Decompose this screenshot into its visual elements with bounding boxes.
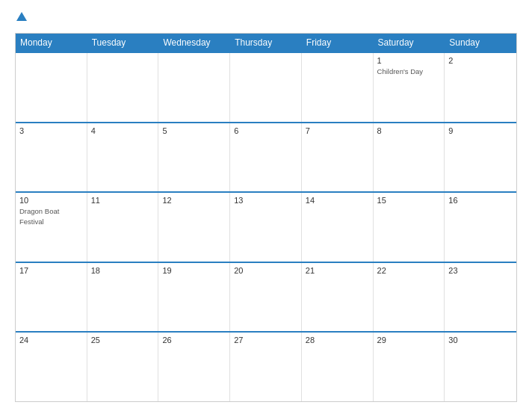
day-number: 2	[448, 56, 513, 65]
day-cell	[16, 53, 87, 122]
day-number: 3	[19, 126, 83, 135]
day-number: 11	[91, 196, 155, 205]
day-header: Thursday	[230, 34, 302, 52]
day-cell: 25	[87, 333, 159, 401]
day-number: 22	[377, 266, 441, 275]
day-number: 18	[91, 266, 155, 275]
day-cell: 3	[16, 123, 87, 192]
day-cell: 30	[445, 333, 516, 401]
day-cell: 13	[230, 193, 302, 262]
week-row: 3456789	[16, 122, 516, 192]
day-number: 25	[91, 336, 155, 344]
page: MondayTuesdayWednesdayThursdayFridaySatu…	[0, 0, 532, 411]
day-number: 23	[448, 266, 513, 275]
logo-wrapper	[15, 12, 27, 22]
day-cell: 11	[87, 193, 159, 262]
day-event: Dragon Boat Festival	[19, 207, 59, 225]
day-number: 19	[162, 266, 226, 275]
logo	[15, 12, 27, 22]
day-number: 5	[162, 126, 226, 135]
day-cell: 15	[374, 193, 445, 262]
day-number: 15	[377, 196, 441, 205]
day-cell: 29	[374, 333, 445, 401]
day-header: Wednesday	[158, 34, 230, 52]
week-row: 17181920212223	[16, 262, 516, 332]
day-cell: 22	[374, 263, 445, 332]
day-cell: 18	[87, 263, 159, 332]
day-number: 28	[306, 336, 369, 344]
day-header: Sunday	[445, 34, 516, 52]
day-number: 17	[19, 266, 83, 275]
day-cell: 19	[158, 263, 230, 332]
day-number: 27	[234, 336, 297, 344]
day-cell: 9	[445, 123, 516, 192]
day-cell	[302, 53, 374, 122]
day-header: Friday	[302, 34, 374, 52]
day-cell: 6	[230, 123, 302, 192]
day-cell: 10Dragon Boat Festival	[16, 193, 87, 262]
day-number: 4	[91, 126, 155, 135]
header	[15, 12, 517, 22]
day-number: 30	[448, 336, 513, 344]
day-cell	[87, 53, 159, 122]
day-cell	[230, 53, 302, 122]
day-number: 8	[377, 126, 441, 135]
day-number: 26	[162, 336, 226, 344]
week-row: 1Children's Day2	[16, 52, 516, 122]
day-number: 24	[19, 336, 83, 344]
day-number: 20	[234, 266, 297, 275]
day-header: Monday	[16, 34, 87, 52]
week-row: 24252627282930	[16, 331, 516, 401]
day-cell: 23	[445, 263, 516, 332]
day-cell: 21	[302, 263, 374, 332]
day-cell: 4	[87, 123, 159, 192]
day-event: Children's Day	[377, 67, 423, 75]
day-number: 14	[306, 196, 369, 205]
day-cell: 24	[16, 333, 87, 401]
day-cell: 20	[230, 263, 302, 332]
day-cell: 17	[16, 263, 87, 332]
day-header: Tuesday	[87, 34, 159, 52]
day-cell: 14	[302, 193, 374, 262]
day-cell: 16	[445, 193, 516, 262]
day-cell: 26	[158, 333, 230, 401]
calendar: MondayTuesdayWednesdayThursdayFridaySatu…	[15, 33, 517, 402]
day-cell: 2	[445, 53, 516, 122]
day-number: 7	[306, 126, 369, 135]
day-number: 10	[19, 196, 83, 205]
day-cell: 1Children's Day	[374, 53, 445, 122]
day-cell: 5	[158, 123, 230, 192]
day-cell: 28	[302, 333, 374, 401]
week-row: 10Dragon Boat Festival111213141516	[16, 191, 516, 262]
day-number: 16	[448, 196, 513, 205]
day-cell	[158, 53, 230, 122]
logo-top-row	[15, 12, 27, 22]
day-cell: 27	[230, 333, 302, 401]
day-number: 21	[306, 266, 369, 275]
day-number: 1	[377, 56, 441, 65]
day-number: 13	[234, 196, 297, 205]
day-number: 6	[234, 126, 297, 135]
day-cell: 7	[302, 123, 374, 192]
logo-triangle-icon	[16, 12, 27, 21]
weeks: 1Children's Day2345678910Dragon Boat Fes…	[16, 52, 516, 401]
day-headers: MondayTuesdayWednesdayThursdayFridaySatu…	[16, 34, 516, 52]
day-number: 29	[377, 336, 441, 344]
day-number: 9	[448, 126, 513, 135]
day-cell: 8	[374, 123, 445, 192]
day-header: Saturday	[374, 34, 445, 52]
day-number: 12	[162, 196, 226, 205]
day-cell: 12	[158, 193, 230, 262]
